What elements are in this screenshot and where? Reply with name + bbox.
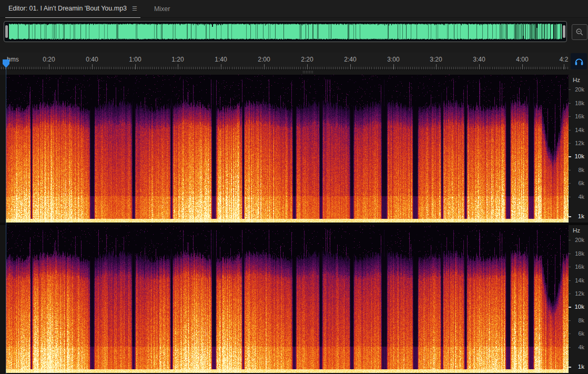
frequency-label: 16k (572, 264, 584, 270)
frequency-tick (569, 267, 571, 267)
frequency-tick (569, 116, 571, 117)
time-tick-label: 3:20 (430, 56, 442, 63)
frequency-label: 8k (572, 167, 584, 173)
major-tick (178, 64, 178, 69)
major-tick (479, 64, 480, 69)
panel-tab-bar: Editor: 01. I Ain't Dreamin 'Bout You.mp… (0, 0, 588, 18)
time-tick-label: 2:20 (301, 56, 313, 63)
major-tick (264, 64, 265, 69)
frequency-label: 18k (572, 100, 584, 106)
navigator-left-handle[interactable] (5, 25, 8, 38)
frequency-tick (569, 307, 571, 308)
frequency-tick (569, 254, 571, 254)
frequency-label: 6k (572, 180, 584, 186)
time-tick-label: 0:40 (86, 56, 98, 63)
tab-mixer[interactable]: Mixer (154, 5, 170, 13)
subruler-strip (0, 70, 588, 75)
frequency-tick (569, 367, 571, 368)
frequency-tick (569, 320, 571, 321)
frequency-label: 20k (572, 237, 584, 243)
frequency-label: 12k (572, 290, 584, 297)
frequency-tick (569, 347, 571, 348)
time-tick-label: 1:00 (129, 56, 141, 63)
playhead-line (6, 68, 6, 374)
major-tick (522, 64, 523, 69)
major-tick (135, 64, 136, 69)
major-tick (49, 64, 49, 69)
time-tick-label: 2:00 (258, 56, 270, 63)
selection-grip-dots[interactable] (302, 70, 314, 74)
spectrogram-canvas-left[interactable] (6, 75, 569, 223)
frequency-tick (569, 130, 571, 130)
frequency-tick (569, 197, 571, 197)
frequency-label: 1k (572, 363, 584, 370)
frequency-label: 16k (572, 113, 584, 119)
major-tick (221, 64, 221, 69)
time-ruler[interactable]: hms 0:200:401:001:201:402:002:202:403:00… (0, 53, 569, 70)
frequency-tick (569, 240, 571, 240)
frequency-tick (569, 156, 571, 157)
audio-editor-window: Editor: 01. I Ain't Dreamin 'Bout You.mp… (0, 0, 588, 374)
overview-waveform-canvas[interactable] (9, 23, 562, 41)
zoom-navigator-icon (575, 28, 584, 36)
frequency-tick (569, 103, 571, 104)
zoom-navigator-button[interactable] (572, 24, 587, 40)
mixer-tab-label: Mixer (154, 5, 170, 13)
frequency-label: 20k (572, 86, 584, 93)
frequency-label: 14k (572, 127, 584, 133)
time-tick-label: 4:00 (516, 56, 528, 63)
time-tick-label: 1:40 (215, 56, 227, 63)
time-tick-label: 3:00 (387, 56, 399, 63)
zoom-navigator-strip[interactable] (4, 21, 567, 42)
major-tick (92, 64, 93, 69)
frequency-tick (569, 333, 571, 334)
time-tick-label: 3:40 (473, 56, 485, 63)
frequency-label: 10k (572, 153, 584, 159)
time-tick-label: 0:20 (43, 56, 55, 63)
frequency-unit-label: Hz (573, 227, 580, 234)
frequency-label: 1k (572, 213, 584, 219)
frequency-label: 6k (572, 330, 584, 337)
frequency-label: 4k (572, 344, 584, 350)
frequency-label: 10k (572, 304, 584, 310)
ruler-tickstrip (0, 67, 569, 69)
frequency-label: 14k (572, 277, 584, 284)
frequency-label: 8k (572, 317, 584, 324)
headphones-monitor-icon (574, 56, 584, 67)
time-tick-label: 1:20 (171, 56, 184, 63)
frequency-tick (569, 294, 571, 294)
frequency-tick (569, 170, 571, 170)
time-tick-label: 4:2 (560, 56, 569, 63)
panel-menu-icon[interactable]: ☰ (132, 6, 137, 12)
frequency-label: 18k (572, 250, 584, 257)
frequency-tick (569, 216, 571, 217)
time-tick-label: 2:40 (344, 56, 356, 63)
frequency-scale-left[interactable]: Hz 20k18k16k14k12k10k8k6k4k1k (569, 75, 588, 223)
major-tick (393, 64, 394, 69)
spectrogram-canvas-right[interactable] (6, 225, 569, 373)
navigator-right-handle[interactable] (563, 25, 565, 38)
major-tick (564, 64, 564, 69)
frequency-tick (569, 143, 571, 144)
frequency-unit-label: Hz (573, 77, 580, 83)
major-tick (307, 64, 308, 69)
frequency-label: 4k (572, 194, 584, 200)
major-tick (436, 64, 437, 69)
frequency-tick (569, 89, 571, 90)
headphones-monitor-button[interactable] (571, 53, 587, 69)
frequency-label: 12k (572, 140, 584, 146)
major-tick (350, 64, 351, 69)
frequency-scale-right[interactable]: Hz 20k18k16k14k12k10k8k6k4k1k (569, 225, 588, 373)
frequency-tick (569, 183, 571, 184)
tab-editor[interactable]: Editor: 01. I Ain't Dreamin 'Bout You.mp… (5, 0, 140, 18)
frequency-tick (569, 280, 571, 281)
editor-tab-label: Editor: 01. I Ain't Dreamin 'Bout You.mp… (8, 5, 127, 12)
